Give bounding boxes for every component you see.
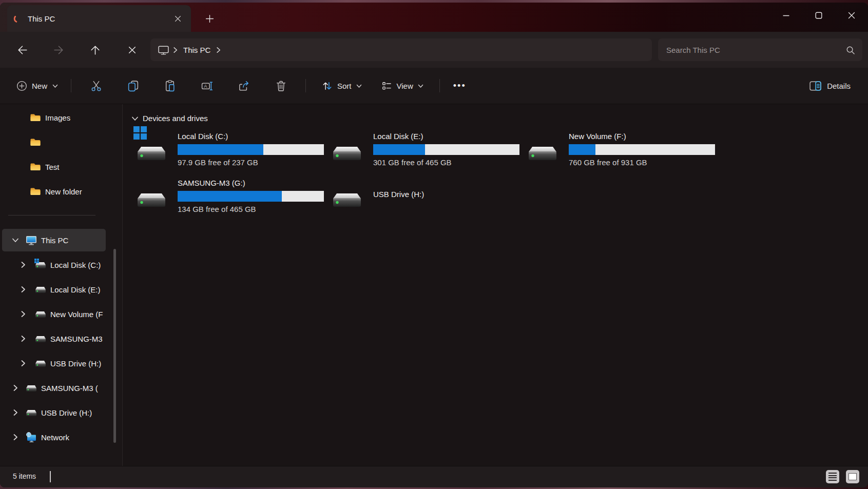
sidebar-divider — [8, 215, 95, 216]
drive-icon — [528, 141, 557, 162]
sidebar-scrollbar[interactable] — [113, 249, 116, 443]
tab-this-pc[interactable]: This PC — [7, 5, 191, 32]
search-icon[interactable] — [845, 45, 855, 55]
tab-close-icon[interactable] — [170, 11, 185, 26]
chevron-right-icon[interactable] — [19, 285, 27, 294]
address-bar[interactable]: This PC — [150, 38, 652, 61]
drive-tile-samsung-m3-g[interactable]: SAMSUNG-M3 (G:) 134 GB free of 465 GB — [129, 174, 324, 218]
chevron-right-icon[interactable] — [11, 433, 20, 441]
delete-button[interactable] — [269, 75, 293, 96]
new-button[interactable]: New — [10, 76, 65, 95]
drive-tile-new-volume-f[interactable]: New Volume (F:) 760 GB free of 931 GB — [520, 128, 716, 171]
sidebar-item-test[interactable]: Test — [2, 155, 106, 178]
sidebar-item-local-disk-e[interactable]: Local Disk (E:) — [2, 278, 106, 301]
drive-tile-usb-drive-h[interactable]: USB Drive (H:) — [325, 174, 520, 218]
view-button[interactable]: View — [375, 76, 430, 96]
drive-capacity-text: 301 GB free of 465 GB — [373, 158, 452, 167]
chevron-down-icon — [356, 83, 362, 89]
section-collapse-chevron-icon[interactable] — [131, 114, 139, 123]
chevron-down-icon — [417, 83, 424, 89]
chevron-right-icon[interactable] — [11, 384, 20, 392]
cut-button[interactable] — [84, 75, 108, 96]
details-view-toggle-icon[interactable] — [826, 470, 839, 483]
toolbar-divider — [439, 79, 440, 92]
section-devices-and-drives[interactable]: Devices and drives — [131, 114, 208, 123]
view-button-label: View — [397, 82, 413, 90]
forward-button[interactable] — [49, 40, 68, 60]
back-button[interactable] — [12, 40, 32, 60]
breadcrumb-chevron-icon[interactable] — [215, 46, 222, 54]
drive-tile-local-disk-e[interactable]: Local Disk (E:) 301 GB free of 465 GB — [325, 128, 520, 171]
sidebar-item-samsung-m3-g[interactable]: SAMSUNG-M3 — [2, 327, 106, 350]
details-pane-button[interactable]: Details — [803, 76, 857, 96]
view-list-icon — [381, 80, 393, 92]
section-title: Devices and drives — [143, 114, 208, 123]
breadcrumb-this-pc[interactable]: This PC — [183, 46, 210, 54]
sidebar-item-images[interactable]: Images — [2, 106, 106, 129]
sidebar-item-samsung-m3-root[interactable]: SAMSUNG-M3 ( — [2, 377, 106, 399]
chevron-down-icon[interactable] — [11, 236, 20, 244]
sidebar-item-this-pc[interactable]: This PC — [2, 229, 106, 251]
details-button-label: Details — [827, 82, 851, 90]
chevron-down-icon — [52, 83, 59, 89]
chevron-right-icon[interactable] — [19, 359, 27, 367]
folder-icon — [30, 162, 41, 171]
drive-name: SAMSUNG-M3 (G:) — [178, 179, 245, 187]
windows-logo-icon — [133, 126, 147, 140]
capacity-bar — [178, 144, 324, 155]
toolbar-divider — [71, 79, 71, 92]
drive-tile-local-disk-c[interactable]: Local Disk (C:) 97.9 GB free of 237 GB — [129, 128, 324, 171]
folder-icon — [30, 187, 41, 196]
drive-icon — [332, 141, 362, 162]
new-tab-button[interactable] — [202, 11, 217, 26]
drive-icon — [35, 310, 46, 318]
share-button[interactable] — [232, 75, 256, 96]
sort-button[interactable]: Sort — [315, 76, 369, 96]
close-button[interactable] — [835, 3, 868, 28]
sidebar-item-network[interactable]: Network — [2, 426, 106, 448]
sidebar-item-new-volume-f[interactable]: New Volume (F — [2, 303, 106, 325]
capacity-bar — [178, 191, 324, 202]
network-icon — [26, 432, 37, 442]
search-input[interactable] — [665, 45, 845, 55]
folder-icon — [30, 113, 41, 122]
chevron-right-icon[interactable] — [19, 310, 27, 318]
search-box[interactable] — [658, 38, 862, 61]
main-area: Images Test New folder This PC — [0, 104, 868, 466]
drive-icon — [137, 141, 166, 162]
drive-icon — [26, 408, 37, 417]
drive-icon — [35, 359, 46, 367]
sidebar-item-usb-drive-h-root[interactable]: USB Drive (H:) — [2, 401, 106, 424]
window-controls — [769, 3, 868, 28]
sidebar-item-unnamed-folder[interactable] — [2, 131, 106, 153]
drive-capacity-text: 97.9 GB free of 237 GB — [178, 158, 258, 167]
rename-button[interactable]: A — [195, 75, 219, 96]
copy-button[interactable] — [121, 75, 145, 96]
minimize-button[interactable] — [769, 3, 802, 28]
drive-name: Local Disk (E:) — [373, 132, 423, 141]
titlebar: This PC — [0, 3, 868, 32]
tab-loading-spinner-icon — [13, 14, 22, 23]
stop-refresh-button[interactable] — [122, 40, 142, 60]
sidebar-item-local-disk-c[interactable]: Local Disk (C:) — [2, 253, 106, 276]
paste-button[interactable] — [158, 75, 182, 96]
toolbar-divider — [305, 79, 306, 92]
chevron-right-icon[interactable] — [19, 261, 27, 269]
drive-capacity-text: 760 GB free of 931 GB — [569, 158, 647, 167]
chevron-right-icon[interactable] — [19, 335, 27, 343]
new-plus-icon — [16, 81, 27, 91]
large-icons-view-toggle-icon[interactable] — [846, 470, 859, 483]
sidebar-item-new-folder[interactable]: New folder — [2, 180, 106, 203]
drive-name: USB Drive (H:) — [373, 190, 424, 199]
more-options-button[interactable]: ••• — [446, 77, 473, 94]
up-button[interactable] — [85, 40, 105, 60]
sort-arrows-icon — [321, 80, 333, 92]
file-explorer-window: This PC — [0, 3, 868, 487]
capacity-bar — [373, 144, 519, 155]
this-pc-monitor-icon — [158, 45, 169, 55]
svg-text:A: A — [204, 84, 207, 89]
sidebar-item-usb-drive-h[interactable]: USB Drive (H:) — [2, 352, 106, 375]
drive-icon — [332, 188, 362, 208]
maximize-button[interactable] — [802, 3, 835, 28]
chevron-right-icon[interactable] — [11, 408, 20, 417]
